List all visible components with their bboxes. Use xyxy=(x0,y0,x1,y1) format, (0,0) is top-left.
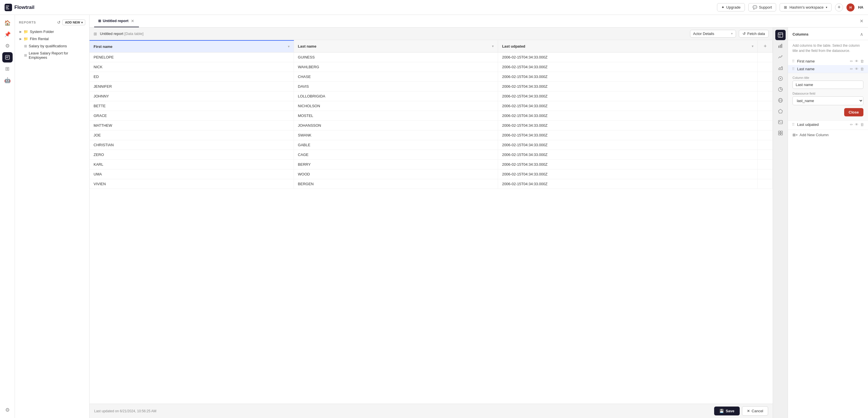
chart-globe-button[interactable] xyxy=(775,95,786,105)
right-panel-title: Columns xyxy=(793,32,809,36)
col-delete-button-last-updated[interactable]: 🗑 xyxy=(860,123,864,127)
table-row: JOESWANK2006-02-15T04:34:33.000Z xyxy=(90,131,773,140)
svg-rect-4 xyxy=(780,45,781,48)
cell-add xyxy=(758,53,773,62)
add-new-column-button[interactable]: ⊞+ Add New Column xyxy=(788,130,868,140)
column-item-first-name: ⠿ First name ✏ 👁 🗑 xyxy=(788,57,868,65)
col-header-last-name[interactable]: Last name ▾ xyxy=(293,40,498,53)
chart-scatter-button[interactable] xyxy=(775,73,786,84)
reports-add-button[interactable]: ADD NEW ▾ xyxy=(62,20,85,25)
sidebar-item-integrations[interactable]: ⚙ xyxy=(2,41,12,51)
cell-last_name: CAGE xyxy=(293,150,498,160)
tree-item-film-rental[interactable]: ▶ 📁 Film Rental xyxy=(17,35,87,42)
bar-chart-icon xyxy=(778,43,783,48)
chart-bar-button[interactable] xyxy=(775,41,786,51)
fetch-label: Fetch data xyxy=(747,32,765,36)
col-delete-button-last-name[interactable]: 🗑 xyxy=(860,67,864,71)
tree-item-salary[interactable]: ⊞ Salary by qualifications xyxy=(17,42,87,49)
chart-line-button[interactable] xyxy=(775,51,786,62)
cell-add xyxy=(758,179,773,189)
cell-first_name: GRACE xyxy=(90,111,293,121)
chart-grid-button[interactable] xyxy=(775,128,786,138)
cell-last_name: BERGEN xyxy=(293,179,498,189)
chart-pie-button[interactable] xyxy=(775,84,786,95)
upgrade-button[interactable]: ✦ Upgrade xyxy=(717,3,745,11)
col-label-last-updated: Last udpated xyxy=(502,44,525,48)
col-visibility-button-last-name[interactable]: 👁 xyxy=(855,67,859,71)
tab-report-icon: ⊞ xyxy=(98,19,101,23)
tree-item-leave[interactable]: ⊞ Leave Salary Report for Employees xyxy=(17,49,87,61)
sidebar-item-pin[interactable]: 📌 xyxy=(2,29,12,40)
reports-refresh-button[interactable]: ↺ xyxy=(57,20,61,25)
right-panel-header: Columns ∧ xyxy=(788,28,868,40)
col-chevron-last-updated: ▾ xyxy=(752,44,753,48)
datasource-field-select[interactable]: last_name xyxy=(793,96,863,105)
sidebar-item-home[interactable]: 🏠 xyxy=(2,18,12,28)
table-row: GRACEMOSTEL2006-02-15T04:34:33.000Z xyxy=(90,111,773,121)
chart-area-button[interactable] xyxy=(775,63,786,73)
col-visibility-button-last-updated[interactable]: 👁 xyxy=(855,123,859,127)
grid-chart-icon xyxy=(778,131,783,136)
table-row: ZEROCAGE2006-02-15T04:34:33.000Z xyxy=(90,150,773,160)
col-edit-button-last-name[interactable]: ✏ xyxy=(850,67,853,71)
svg-point-14 xyxy=(779,121,780,122)
tree-label-film: Film Rental xyxy=(30,37,49,41)
line-chart-icon xyxy=(778,54,783,59)
col-edit-button-first-name[interactable]: ✏ xyxy=(850,59,853,63)
drag-handle-last-name[interactable]: ⠿ xyxy=(792,67,795,71)
tab-close-button[interactable]: ✕ xyxy=(130,19,135,23)
folder-icon-system: 📁 xyxy=(24,30,28,34)
drag-handle-last-updated[interactable]: ⠿ xyxy=(792,123,795,127)
add-column-header-button[interactable]: + xyxy=(762,43,768,49)
tree-item-system-folder[interactable]: ▶ 📁 System Folder xyxy=(17,28,87,35)
add-workspace-button[interactable]: + xyxy=(835,3,843,11)
svg-rect-5 xyxy=(781,44,782,48)
cell-first_name: CHRISTIAN xyxy=(90,140,293,150)
fetch-data-button[interactable]: ↺ Fetch data xyxy=(739,30,769,38)
reports-header: REPORTS ↺ ADD NEW ▾ xyxy=(15,19,89,28)
datasource-select[interactable]: Actor Details ▾ xyxy=(690,30,736,38)
cell-first_name: JOE xyxy=(90,131,293,140)
chart-table-button[interactable] xyxy=(775,30,786,40)
chart-image-button[interactable] xyxy=(775,117,786,127)
drag-handle-first-name[interactable]: ⠿ xyxy=(792,59,795,63)
cell-last_updated: 2006-02-15T04:34:33.000Z xyxy=(498,111,758,121)
col-visibility-button-first-name[interactable]: 👁 xyxy=(855,59,859,63)
column-edit-form: Column title Datasource field last_name … xyxy=(788,73,868,121)
cancel-button[interactable]: ✕ Cancel xyxy=(742,406,768,416)
col-actions-last-updated: ✏ 👁 🗑 xyxy=(850,123,864,127)
cell-last_updated: 2006-02-15T04:34:33.000Z xyxy=(498,150,758,160)
sidebar-item-robot[interactable]: 🤖 xyxy=(2,75,12,85)
reports-tree: ▶ 📁 System Folder ▶ 📁 Film Rental ⊞ Sala… xyxy=(15,28,89,61)
datasource-field-label: Datasource field xyxy=(793,92,863,95)
close-all-tabs-button[interactable]: ✕ xyxy=(860,19,863,24)
cell-last_name: MOSTEL xyxy=(293,111,498,121)
chevron-down-icon: ▾ xyxy=(81,21,83,24)
cell-last_updated: 2006-02-15T04:34:33.000Z xyxy=(498,131,758,140)
svg-rect-1 xyxy=(5,55,9,59)
cancel-label: Cancel xyxy=(752,409,763,413)
cell-add xyxy=(758,82,773,92)
col-header-last-updated[interactable]: Last udpated ▾ xyxy=(498,40,758,53)
tab-untitled-report[interactable]: ⊞ Untitled report ✕ xyxy=(94,15,139,27)
right-panel-close-button[interactable]: ∧ xyxy=(860,32,863,37)
col-header-add[interactable]: + xyxy=(758,40,773,53)
table-section: ⊞ Untitled report [Data table] Actor Det… xyxy=(90,28,773,418)
sidebar-item-table[interactable]: ⊞ xyxy=(2,64,12,74)
col-title-input[interactable] xyxy=(793,80,863,89)
chart-pentagon-button[interactable] xyxy=(775,106,786,116)
right-panel-description: Add columns to the table. Select the col… xyxy=(788,40,868,56)
col-delete-button-first-name[interactable]: 🗑 xyxy=(860,59,864,63)
support-button[interactable]: 💬 Support xyxy=(748,3,776,11)
save-button[interactable]: 💾 Save xyxy=(714,407,739,415)
cell-last_updated: 2006-02-15T04:34:33.000Z xyxy=(498,160,758,169)
table-row: MATTHEWJOHANSSON2006-02-15T04:34:33.000Z xyxy=(90,121,773,131)
workspace-button[interactable]: ⊞ Hashim's workspace ▾ xyxy=(780,3,832,11)
close-edit-form-button[interactable]: Close xyxy=(844,108,863,116)
svg-rect-2 xyxy=(778,33,783,37)
sidebar-item-reports[interactable] xyxy=(2,52,12,63)
sidebar-item-settings[interactable]: ⚙ xyxy=(2,405,12,415)
col-header-first-name[interactable]: First name ▾ xyxy=(90,40,293,53)
cell-last_updated: 2006-02-15T04:34:33.000Z xyxy=(498,92,758,101)
col-edit-button-last-updated[interactable]: ✏ xyxy=(850,123,853,127)
